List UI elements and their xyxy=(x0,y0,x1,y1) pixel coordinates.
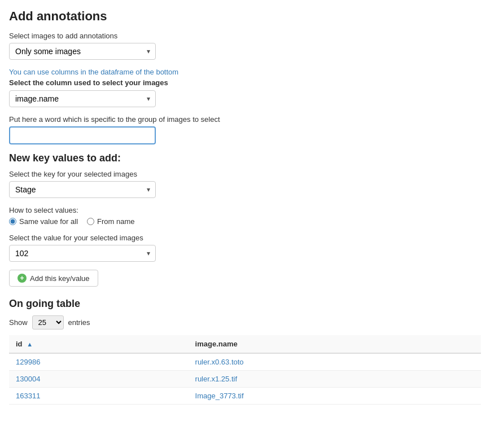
table-row: 130004ruler.x1.25.tif xyxy=(9,371,481,388)
ongoing-table: id ▲ image.name 129986ruler.x0.63.toto13… xyxy=(9,335,481,405)
value-select-wrapper: 102101103 xyxy=(9,245,156,262)
select-images-wrapper: Only some imagesAll images xyxy=(9,43,156,60)
sort-asc-icon: ▲ xyxy=(27,341,33,348)
show-entries-row: Show 102550100 entries xyxy=(9,315,481,330)
column-select-label: Select the column used to select your im… xyxy=(9,78,481,87)
radio-same-value-text: Same value for all xyxy=(19,217,78,226)
table-row: 163311Image_3773.tif xyxy=(9,388,481,405)
word-filter-input[interactable] xyxy=(9,126,156,144)
select-images-label: Select images to add annotations xyxy=(9,32,481,40)
add-button-label: Add this key/value xyxy=(30,274,90,283)
col-id[interactable]: id ▲ xyxy=(9,335,189,353)
radio-from-name[interactable] xyxy=(87,218,94,225)
ongoing-table-title: On going table xyxy=(9,298,481,310)
table-header-row: id ▲ image.name xyxy=(9,335,481,353)
table-cell-id[interactable]: 130004 xyxy=(9,371,189,388)
col-image-name-label: image.name xyxy=(195,340,238,348)
ongoing-section: On going table Show 102550100 entries id… xyxy=(9,298,481,405)
show-label: Show xyxy=(9,318,28,327)
add-icon: + xyxy=(18,274,27,283)
word-filter-label: Put here a word which is specific to the… xyxy=(9,115,481,124)
value-select-section: Select the value for your selected image… xyxy=(9,234,481,262)
how-to-select-label: How to select values: xyxy=(9,206,481,214)
value-select-label: Select the value for your selected image… xyxy=(9,234,481,242)
word-filter-section: Put here a word which is specific to the… xyxy=(9,115,481,144)
select-images-section: Select images to add annotations Only so… xyxy=(9,32,481,60)
add-button-section: + Add this key/value xyxy=(9,270,481,287)
radio-same-value[interactable] xyxy=(9,218,16,225)
col-id-label: id xyxy=(16,340,23,348)
table-body: 129986ruler.x0.63.toto130004ruler.x1.25.… xyxy=(9,353,481,405)
entries-label: entries xyxy=(68,318,90,327)
key-select-wrapper: StageCategoryLabel xyxy=(9,181,156,198)
key-select-label: Select the key for your selected images xyxy=(9,170,481,178)
select-images-dropdown[interactable]: Only some imagesAll images xyxy=(9,43,156,60)
table-cell-image-name: Image_3773.tif xyxy=(189,388,481,405)
table-cell-image-name: ruler.x1.25.tif xyxy=(189,371,481,388)
column-select-dropdown[interactable]: image.nameidstage xyxy=(9,90,156,107)
radio-same-value-label[interactable]: Same value for all xyxy=(9,217,78,226)
key-select-section: Select the key for your selected images … xyxy=(9,170,481,198)
table-header: id ▲ image.name xyxy=(9,335,481,353)
key-select-dropdown[interactable]: StageCategoryLabel xyxy=(9,181,156,198)
table-cell-id[interactable]: 163311 xyxy=(9,388,189,405)
radio-from-name-label[interactable]: From name xyxy=(87,217,134,226)
col-image-name: image.name xyxy=(189,335,481,353)
table-cell-image-name: ruler.x0.63.toto xyxy=(189,353,481,371)
how-to-select-section: How to select values: Same value for all… xyxy=(9,206,481,226)
info-text: You can use columns in the dataframe of … xyxy=(9,68,481,76)
table-cell-id[interactable]: 129986 xyxy=(9,353,189,371)
info-section: You can use columns in the dataframe of … xyxy=(9,68,481,107)
entries-per-page-select[interactable]: 102550100 xyxy=(32,315,64,330)
column-select-wrapper: image.nameidstage xyxy=(9,90,156,107)
value-select-dropdown[interactable]: 102101103 xyxy=(9,245,156,262)
radio-from-name-text: From name xyxy=(97,217,134,226)
new-key-values-title: New key values to add: xyxy=(9,152,481,164)
table-row: 129986ruler.x0.63.toto xyxy=(9,353,481,371)
page-title: Add annotations xyxy=(9,9,481,24)
add-key-value-button[interactable]: + Add this key/value xyxy=(9,270,98,287)
radio-group: Same value for all From name xyxy=(9,217,481,226)
